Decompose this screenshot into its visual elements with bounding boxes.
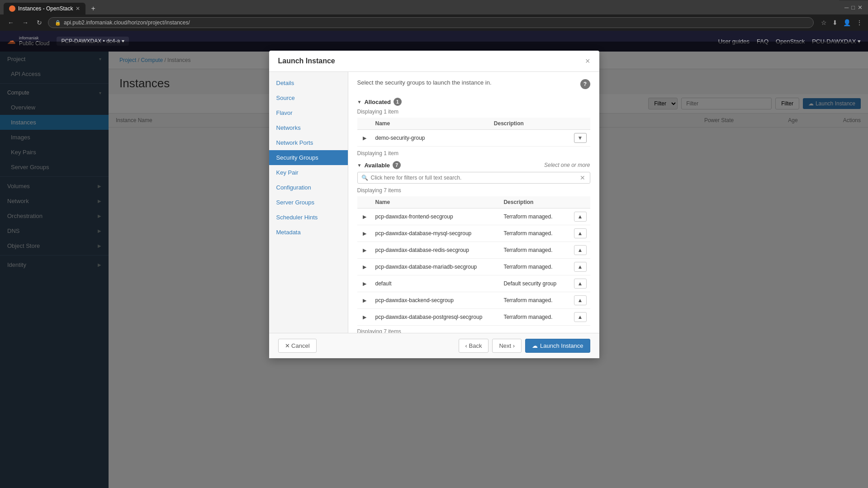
next-button[interactable]: Next › xyxy=(492,339,522,353)
modal-overlay: Launch Instance × Details Source Flavor … xyxy=(0,42,868,488)
table-row: ▶ pcp-dawxdax-database-postgresql-secgro… xyxy=(357,309,590,326)
alloc-col-action xyxy=(568,118,590,130)
table-row: ▶ default Default security group ▲ xyxy=(357,275,590,292)
search-input[interactable] xyxy=(371,175,576,181)
select-hint: Select one or more xyxy=(544,162,590,168)
modal-nav-details[interactable]: Details xyxy=(269,76,348,90)
available-left: ▼ Available 7 xyxy=(357,161,401,169)
avail-row-desc-2: Terraform managed. xyxy=(500,242,567,259)
avail-row-add-2[interactable]: ▲ xyxy=(574,245,587,255)
window-minimize[interactable]: ─ xyxy=(844,4,849,11)
active-tab[interactable]: Instances - OpenStack ✕ xyxy=(4,3,85,14)
tab-title: Instances - OpenStack xyxy=(18,5,73,12)
table-row: ▶ pcp-dawxdax-backend-secgroup Terraform… xyxy=(357,292,590,309)
new-tab-button[interactable]: + xyxy=(87,3,99,14)
search-icon: 🔍 xyxy=(361,175,368,181)
avail-row-add-5[interactable]: ▲ xyxy=(574,295,587,305)
allocated-toggle[interactable]: ▼ xyxy=(357,99,362,104)
allocated-section-header: ▼ Allocated 1 xyxy=(357,98,590,106)
modal-nav-flavor[interactable]: Flavor xyxy=(269,105,348,120)
back-button[interactable]: ‹ Back xyxy=(459,339,489,353)
allocated-table: Name Description ▶ demo-security-group ▼ xyxy=(357,118,590,147)
avail-row-desc-5: Terraform managed. xyxy=(500,292,567,309)
window-maximize[interactable]: □ xyxy=(851,4,855,11)
search-box: 🔍 ✕ xyxy=(357,172,590,184)
lock-icon: 🔒 xyxy=(55,20,61,26)
tab-bar: Instances - OpenStack ✕ + ─ □ ✕ xyxy=(0,0,868,14)
alloc-row-desc-0 xyxy=(490,130,568,147)
modal-nav-metadata[interactable]: Metadata xyxy=(269,225,348,240)
modal-nav-security-groups[interactable]: Security Groups xyxy=(269,150,348,165)
avail-col-expand xyxy=(357,196,372,208)
avail-row-desc-0: Terraform managed. xyxy=(500,208,567,225)
modal-close-button[interactable]: × xyxy=(585,57,590,65)
address-bar[interactable]: 🔒 api.pub2.infomaniak.cloud/horizon/proj… xyxy=(48,17,814,28)
avail-row-add-1[interactable]: ▲ xyxy=(574,228,587,238)
allocated-badge: 1 xyxy=(394,98,402,106)
avail-row-expand-2[interactable]: ▶ xyxy=(361,246,368,254)
available-section-header: ▼ Available 7 Select one or more xyxy=(357,161,590,169)
reload-button[interactable]: ↻ xyxy=(34,18,44,28)
back-button[interactable]: ← xyxy=(5,18,16,28)
avail-row-expand-0[interactable]: ▶ xyxy=(361,213,368,221)
avail-row-desc-1: Terraform managed. xyxy=(500,225,567,242)
available-item-count: Displaying 7 items xyxy=(357,187,590,194)
avail-col-action xyxy=(568,196,590,208)
avail-row-expand-1[interactable]: ▶ xyxy=(361,230,368,237)
modal-nav-source[interactable]: Source xyxy=(269,90,348,105)
avail-row-expand-5[interactable]: ▶ xyxy=(361,297,368,304)
avail-row-expand-4[interactable]: ▶ xyxy=(361,280,368,288)
avail-col-name: Name xyxy=(372,196,500,208)
modal-nav-networks[interactable]: Networks xyxy=(269,120,348,135)
allocated-item-count-bottom: Displaying 1 item xyxy=(357,150,590,156)
avail-row-expand-6[interactable]: ▶ xyxy=(361,313,368,321)
footer-left: ✕ Cancel xyxy=(278,339,317,353)
help-icon[interactable]: ? xyxy=(580,79,590,89)
avail-row-add-3[interactable]: ▲ xyxy=(574,262,587,272)
available-toggle[interactable]: ▼ xyxy=(357,163,362,168)
table-row: ▶ pcp-dawxdax-frontend-secgroup Terrafor… xyxy=(357,208,590,225)
avail-row-add-6[interactable]: ▲ xyxy=(574,312,587,322)
modal-header: Launch Instance × xyxy=(269,51,599,72)
available-table: Name Description ▶ pcp-dawxdax-frontend-… xyxy=(357,196,590,326)
profile-icon[interactable]: 👤 xyxy=(843,19,851,26)
avail-row-desc-3: Terraform managed. xyxy=(500,259,567,275)
modal-footer: ✕ Cancel ‹ Back Next › ☁ Launch Instance xyxy=(269,333,599,358)
window-close[interactable]: ✕ xyxy=(858,4,863,11)
launch-instance-button[interactable]: ☁ Launch Instance xyxy=(525,339,590,353)
menu-icon[interactable]: ⋮ xyxy=(856,19,863,26)
launch-button-label: Launch Instance xyxy=(540,342,583,349)
browser-chrome: Instances - OpenStack ✕ + ─ □ ✕ ← → ↻ 🔒 … xyxy=(0,0,868,31)
search-clear-button[interactable]: ✕ xyxy=(579,174,586,181)
modal-nav-scheduler-hints[interactable]: Scheduler Hints xyxy=(269,210,348,225)
avail-row-expand-3[interactable]: ▶ xyxy=(361,263,368,271)
avail-row-name-1: pcp-dawxdax-database-mysql-secgroup xyxy=(372,225,500,242)
available-item-count-bottom: Displaying 7 items xyxy=(357,328,590,333)
modal-body: Details Source Flavor Networks Network P… xyxy=(269,72,599,333)
avail-row-add-0[interactable]: ▲ xyxy=(574,212,587,222)
alloc-col-description: Description xyxy=(490,118,568,130)
modal-nav-configuration[interactable]: Configuration xyxy=(269,180,348,195)
alloc-row-expand-0[interactable]: ▶ xyxy=(361,134,368,142)
forward-button[interactable]: → xyxy=(20,18,31,28)
avail-row-desc-6: Terraform managed. xyxy=(500,309,567,326)
bookmark-icon[interactable]: ☆ xyxy=(821,19,827,26)
modal-nav-server-groups[interactable]: Server Groups xyxy=(269,195,348,210)
alloc-col-name: Name xyxy=(372,118,490,130)
modal-nav-key-pair[interactable]: Key Pair xyxy=(269,165,348,180)
alloc-row-remove-0[interactable]: ▼ xyxy=(574,133,587,143)
modal-description: Select the security groups to launch the… xyxy=(357,79,492,86)
modal-nav-network-ports[interactable]: Network Ports xyxy=(269,135,348,150)
url-text: api.pub2.infomaniak.cloud/horizon/projec… xyxy=(64,19,190,26)
avail-row-name-6: pcp-dawxdax-database-postgresql-secgroup xyxy=(372,309,500,326)
tab-close-button[interactable]: ✕ xyxy=(76,5,80,12)
avail-row-name-4: default xyxy=(372,275,500,292)
launch-instance-modal: Launch Instance × Details Source Flavor … xyxy=(269,51,599,358)
table-row: ▶ pcp-dawxdax-database-redis-secgroup Te… xyxy=(357,242,590,259)
table-row: ▶ demo-security-group ▼ xyxy=(357,130,590,147)
download-icon[interactable]: ⬇ xyxy=(832,19,838,26)
cancel-button[interactable]: ✕ Cancel xyxy=(278,339,317,353)
alloc-row-name-0: demo-security-group xyxy=(372,130,490,147)
avail-row-add-4[interactable]: ▲ xyxy=(574,279,587,289)
avail-row-name-0: pcp-dawxdax-frontend-secgroup xyxy=(372,208,500,225)
